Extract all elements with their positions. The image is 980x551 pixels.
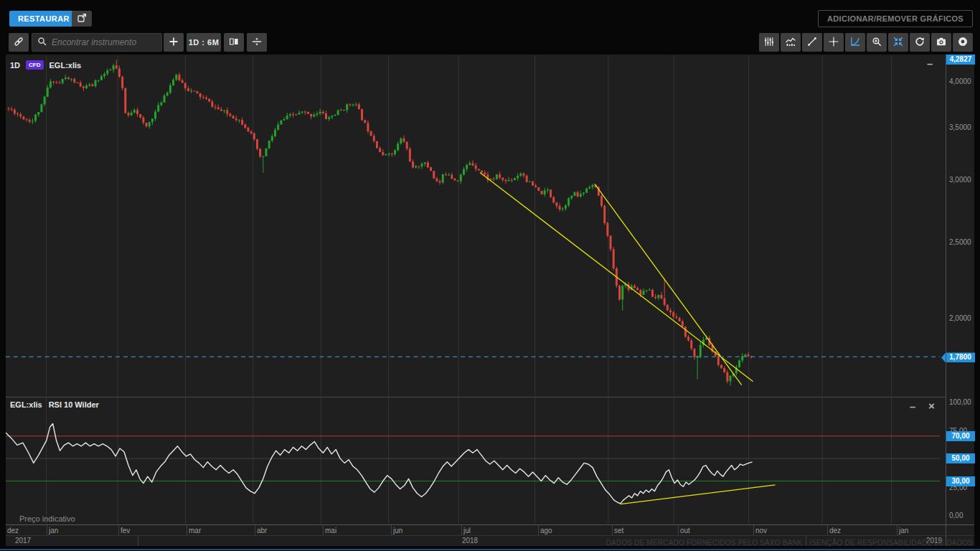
interval-button[interactable]: 1D : 6M: [187, 33, 221, 52]
minimize-rsi-icon[interactable]: –: [910, 400, 915, 413]
add-remove-charts-button[interactable]: ADICIONAR/REMOVER GRÁFICOS: [818, 10, 973, 27]
close-rsi-icon[interactable]: ×: [928, 400, 935, 412]
month-label: fev: [121, 527, 130, 534]
candle-settings-icon: [763, 36, 775, 50]
main-chart-canvas[interactable]: [6, 55, 946, 397]
rsi-level-badge: 70,00: [946, 431, 975, 441]
link-icon: [13, 36, 24, 50]
log-scale-icon: [849, 36, 861, 50]
rsi-level-badge: 30,00: [946, 476, 975, 486]
visible-high-badge: 4,2827: [946, 55, 975, 65]
fit-chart-button[interactable]: [888, 33, 908, 52]
month-label: jan: [899, 527, 908, 534]
chart-tools-toolbar: [759, 33, 973, 52]
data-disclaimer-watermark: DADOS DE MERCADO FORNECIDOS PELO SAXO BA…: [606, 539, 973, 547]
time-tick-separator: [187, 524, 187, 535]
month-label: mai: [325, 527, 336, 534]
candle-settings-button[interactable]: [759, 33, 779, 52]
minimize-chart-icon[interactable]: –: [927, 57, 933, 70]
rsi-axis-label: 100,00: [949, 398, 971, 406]
month-label: set: [614, 527, 623, 534]
year-axis-border: [6, 535, 974, 536]
chart-interval-label: 1D: [10, 61, 20, 70]
month-label: ago: [540, 527, 552, 534]
indicative-price-label: Preço indicativo: [19, 514, 75, 523]
month-label: jan: [49, 527, 58, 534]
time-tick-separator: [897, 524, 897, 535]
indicators-icon: [785, 36, 796, 50]
open-in-new-window-button[interactable]: [72, 11, 92, 27]
rsi-chart-canvas[interactable]: [6, 397, 946, 524]
indicators-button[interactable]: [781, 33, 801, 52]
crosshair-button[interactable]: [824, 33, 844, 52]
time-tick-separator: [678, 524, 679, 535]
price-axis-label: 4,0000: [949, 77, 971, 85]
layout-button[interactable]: [224, 33, 244, 52]
time-tick-separator: [323, 524, 324, 535]
time-tick-separator: [612, 524, 613, 535]
window-bottom-accent: [0, 549, 980, 550]
axis-divider-line: [946, 55, 946, 546]
trendline-tool-icon: [806, 36, 818, 50]
split-view-button[interactable]: [247, 33, 267, 52]
month-label: abr: [257, 527, 267, 534]
external-link-icon: [76, 15, 88, 26]
price-axis-label: 3,5000: [949, 123, 971, 131]
month-label: out: [680, 527, 690, 534]
panel-divider-line: [6, 397, 946, 397]
time-axis-border: [6, 524, 974, 525]
year-separator: [138, 535, 138, 546]
instrument-type-badge: CFD: [26, 60, 43, 70]
settings-button[interactable]: [953, 33, 973, 52]
current-price-badge: 1,7800: [941, 352, 975, 362]
rsi-indicator-label: RSI 10 Wilder: [49, 400, 99, 409]
month-label: dez: [829, 527, 841, 534]
refresh-icon: [914, 36, 925, 50]
add-instrument-button[interactable]: [164, 33, 184, 52]
time-tick-separator: [827, 524, 828, 535]
price-axis-label: 2,5000: [949, 237, 971, 245]
rsi-axis-label: 0,00: [949, 512, 963, 519]
snapshot-icon: [936, 36, 947, 50]
crosshair-icon: [828, 36, 839, 50]
month-label: jun: [393, 527, 402, 534]
refresh-button[interactable]: [910, 33, 930, 52]
rsi-symbol-label: EGL:xlis: [10, 400, 42, 409]
time-tick-separator: [255, 524, 255, 535]
fit-chart-icon: [892, 36, 904, 50]
time-tick-separator: [461, 524, 462, 535]
price-axis-label: 3,0000: [949, 175, 971, 183]
zoom-in-icon: [871, 36, 882, 50]
instrument-search-input[interactable]: [52, 37, 164, 47]
time-tick-separator: [118, 524, 119, 535]
log-scale-button[interactable]: [845, 33, 865, 52]
month-label: mar: [189, 527, 201, 534]
layout-icon: [228, 36, 240, 50]
trading-platform-window: RESTAURAR ADICIONAR/REMOVER GRÁFICOS 1D …: [0, 0, 980, 551]
price-axis-label: 2,0000: [949, 314, 971, 321]
settings-icon: [957, 36, 969, 50]
trendline-tool-button[interactable]: [802, 33, 822, 52]
month-label: dez: [7, 527, 19, 534]
month-label: jul: [463, 527, 471, 534]
plus-icon: [168, 36, 179, 50]
time-tick-separator: [391, 524, 392, 535]
snapshot-button[interactable]: [931, 33, 951, 52]
rsi-level-badge: 50,00: [946, 453, 975, 463]
rsi-panel-header: EGL:xlis RSI 10 Wilder: [10, 400, 99, 409]
month-label: nov: [755, 527, 767, 534]
time-tick-separator: [753, 524, 754, 535]
year-label: 2017: [15, 537, 31, 545]
zoom-in-button[interactable]: [867, 33, 887, 52]
chart-header: 1D CFD EGL:xlis: [10, 60, 81, 70]
restore-button[interactable]: RESTAURAR: [9, 11, 78, 27]
chart-symbol-label: EGL:xlis: [50, 61, 82, 70]
split-view-icon: [251, 36, 263, 50]
year-label: 2018: [462, 537, 478, 545]
time-tick-separator: [47, 524, 47, 535]
time-tick-separator: [538, 524, 539, 535]
link-charts-button[interactable]: [9, 33, 29, 52]
search-icon: [37, 36, 47, 50]
instrument-search-box[interactable]: [32, 33, 162, 52]
